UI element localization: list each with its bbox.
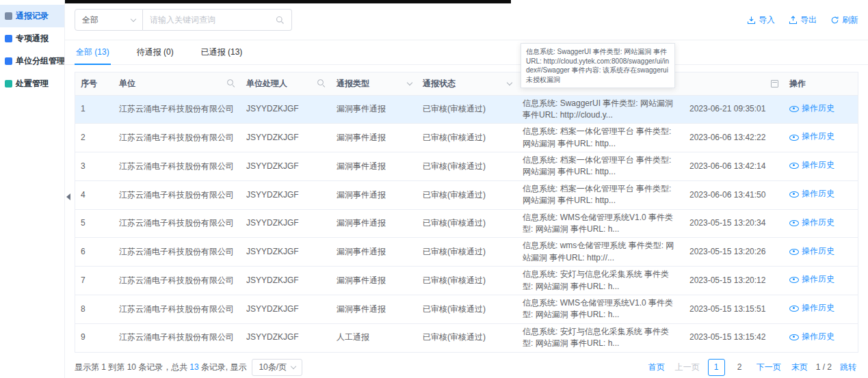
cell-action: 操作历史 [784,238,858,267]
last-page-button[interactable]: 末页 [789,360,810,375]
action-history-link[interactable]: 操作历史 [789,331,834,342]
cell-report-status: 已审核(审核通过) [417,267,517,295]
search-input[interactable] [150,15,272,25]
action-history-link[interactable]: 操作历史 [789,217,834,228]
filter-select[interactable]: 全部 [75,9,143,31]
table-row[interactable]: 3 江苏云涌电子科技股份有限公司 JSYYDZKJGF 漏洞事件通报 已审核(审… [75,152,858,181]
tooltip: 信息系统: SwaggerUI 事件类型: 网站漏洞 事件URL: http:/… [521,43,675,88]
action-history-link[interactable]: 操作历史 [789,159,834,171]
cell-action: 操作历史 [784,95,858,124]
cell-report-time: 2023-06-06 13:42:14 [684,152,784,181]
records-table: 序号单位单位处理人通报类型通报状态通报内容操作 1 江苏云涌电子科技股份有限公司… [75,72,858,353]
cell-unit: 江苏云涌电子科技股份有限公司 [114,238,241,267]
cell-report-status: 已审核(审核通过) [417,152,517,181]
prev-page-button[interactable]: 上一页 [673,360,702,375]
page-size-select[interactable]: 10条/页 [252,359,302,376]
page-number-button[interactable]: 1 [708,359,725,376]
unit-group-icon [5,57,12,65]
page-number-button[interactable]: 2 [731,359,748,376]
sidebar-item[interactable]: 单位分组管理 [0,50,64,72]
export-icon [789,16,798,25]
action-history-label: 操作历史 [802,103,834,114]
cell-report-content: 信息系统: 安灯与信息化采集系统 事件类型: 网站漏洞 事件URL: h... [517,323,684,352]
sidebar-item[interactable]: 专项通报 [0,27,64,50]
pagination: 显示第 1 到第 10 条记录，总共 13 条记录, 显示 10条/页 首页 上… [75,359,858,376]
search-icon[interactable] [317,79,326,87]
sidebar-item-label: 专项通报 [16,33,49,44]
column-header: 通报类型 [331,72,417,95]
cell-report-type: 漏洞事件通报 [331,152,417,181]
cell-handler: JSYYDZKJGF [241,295,331,323]
cell-unit: 江苏云涌电子科技股份有限公司 [114,267,241,295]
eye-icon [789,218,798,227]
search-icon[interactable] [276,16,285,25]
table-container: 序号单位单位处理人通报类型通报状态通报内容操作 1 江苏云涌电子科技股份有限公司… [75,72,858,353]
cell-handler: JSYYDZKJGF [241,180,331,209]
column-header: 通报状态 [417,72,517,95]
cell-report-type: 漏洞事件通报 [331,180,417,209]
import-icon [747,16,756,25]
table-row[interactable]: 8 江苏云涌电子科技股份有限公司 JSYYDZKJGF 漏洞事件通报 已审核(审… [75,295,858,323]
tab[interactable]: 全部 (13) [75,40,111,64]
sidebar-item[interactable]: 通报记录 [0,5,64,27]
eye-icon [789,104,798,113]
refresh-button[interactable]: 刷新 [830,14,858,26]
eye-icon [789,303,798,312]
action-history-link[interactable]: 操作历史 [789,273,834,285]
search-icon[interactable] [227,79,235,87]
action-history-link[interactable]: 操作历史 [789,302,834,314]
cell-report-content: 信息系统: 安灯与信息化采集系统 事件类型: 网站漏洞 事件URL: h... [517,267,684,295]
cell-handler: JSYYDZKJGF [241,323,331,352]
cell-index: 6 [75,238,114,267]
cell-unit: 江苏云涌电子科技股份有限公司 [114,152,241,181]
action-history-label: 操作历史 [802,131,834,142]
action-history-link[interactable]: 操作历史 [789,131,834,142]
first-page-button[interactable]: 首页 [646,360,667,375]
action-history-link[interactable]: 操作历史 [789,245,834,257]
sidebar-item[interactable]: 处置管理 [0,72,64,95]
next-page-button[interactable]: 下一页 [754,360,783,375]
action-history-link[interactable]: 操作历史 [789,103,834,114]
caret-down-icon[interactable] [407,80,412,85]
table-row[interactable]: 2 江苏云涌电子科技股份有限公司 JSYYDZKJGF 漏洞事件通报 已审核(审… [75,124,858,152]
cell-report-status: 已审核(审核通过) [417,295,517,323]
table-row[interactable]: 6 江苏云涌电子科技股份有限公司 JSYYDZKJGF 漏洞事件通报 已审核(审… [75,238,858,267]
caret-down-icon[interactable] [507,80,512,85]
column-label: 操作 [789,78,806,90]
table-row[interactable]: 1 江苏云涌电子科技股份有限公司 JSYYDZKJGF 漏洞事件通报 已审核(审… [75,95,858,124]
cell-report-content: 信息系统: WMS仓储管理系统V1.0 事件类型: 网站漏洞 事件URL: h.… [517,209,684,238]
top-dark-strip [65,0,511,3]
sidebar-item-label: 通报记录 [16,10,49,22]
table-row[interactable]: 4 江苏云涌电子科技股份有限公司 JSYYDZKJGF 漏洞事件通报 已审核(审… [75,180,858,209]
import-button[interactable]: 导入 [747,14,775,26]
tab[interactable]: 已通报 (13) [200,40,244,64]
chevron-down-icon [291,364,296,369]
cell-action: 操作历史 [784,152,858,181]
action-history-label: 操作历史 [802,331,834,342]
sidebar-item-label: 单位分组管理 [16,55,64,67]
export-button[interactable]: 导出 [789,14,817,26]
cell-report-content: 信息系统: wms仓储管理系统 事件类型: 网站漏洞 事件URL: http:/… [517,238,684,267]
table-row[interactable]: 7 江苏云涌电子科技股份有限公司 JSYYDZKJGF 漏洞事件通报 已审核(审… [75,267,858,295]
refresh-icon [830,16,839,25]
cell-unit: 江苏云涌电子科技股份有限公司 [114,209,241,238]
tab[interactable]: 待通报 (0) [135,40,175,64]
cell-handler: JSYYDZKJGF [241,238,331,267]
cell-report-type: 漏洞事件通报 [331,95,417,124]
cell-report-status: 已审核(审核通过) [417,95,517,124]
sidebar-item-label: 处置管理 [16,78,49,90]
summary-prefix: 显示第 1 到第 10 条记录，总共 [75,362,187,373]
cell-index: 5 [75,209,114,238]
tab-label: 全部 (13) [76,46,109,58]
action-history-link[interactable]: 操作历史 [789,188,834,200]
cell-report-content: 信息系统: 档案一体化管理平台 事件类型: 网站漏洞 事件URL: http..… [517,124,684,152]
cell-report-type: 漏洞事件通报 [331,267,417,295]
table-row[interactable]: 9 江苏云涌电子科技股份有限公司 JSYYDZKJGF 人工通报 已审核(审核通… [75,323,858,352]
cell-unit: 江苏云涌电子科技股份有限公司 [114,95,241,124]
eye-icon [789,247,798,256]
sidebar-collapse-handle[interactable] [65,182,74,212]
chevron-left-icon [66,193,70,200]
calendar-icon[interactable] [771,80,778,87]
table-row[interactable]: 5 江苏云涌电子科技股份有限公司 JSYYDZKJGF 漏洞事件通报 已审核(审… [75,209,858,238]
jump-button[interactable]: 跳转 [838,360,858,375]
